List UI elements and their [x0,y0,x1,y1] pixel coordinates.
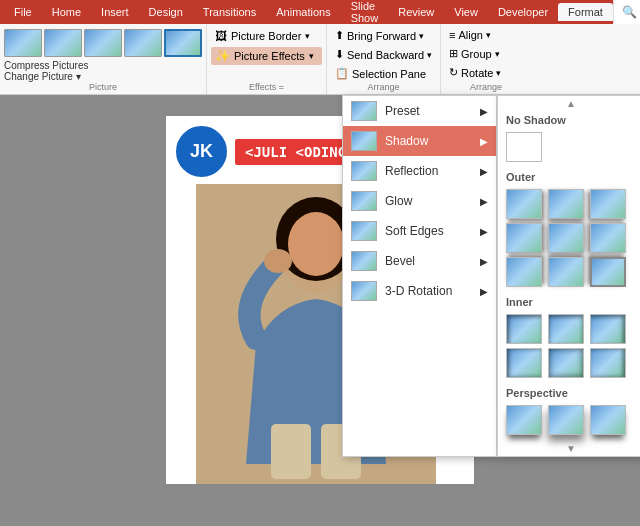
no-shadow-grid [498,129,640,168]
3d-rotation-item[interactable]: 3-D Rotation ▶ [343,276,496,306]
border-arrow: ▾ [305,31,310,41]
softedges-item[interactable]: Soft Edges ▶ [343,216,496,246]
glow-icon [351,191,377,211]
shadow-arrow: ▶ [480,136,488,147]
inner-cell-4[interactable] [506,348,542,378]
reflection-arrow: ▶ [480,166,488,177]
thumb-4[interactable] [124,29,162,57]
tab-transitions[interactable]: Transitions [193,3,266,21]
send-icon: ⬇ [335,48,344,61]
selection-pane-btn[interactable]: 📋 Selection Pane [331,65,436,82]
shadow-item[interactable]: Shadow ▶ [343,126,496,156]
inner-cell-3[interactable] [590,314,626,344]
inner-label: Inner [498,293,640,311]
effects-icon: ✨ [215,49,230,63]
main-area: JK <JULI <ODING/> [0,95,640,526]
no-shadow-cell[interactable] [506,132,542,162]
ribbon-bar: Compress Pictures Change Picture ▾ Pictu… [0,24,640,95]
arrange-label2: Arrange [445,82,527,92]
tab-design[interactable]: Design [139,3,193,21]
arrange-btns: ⬆ Bring Forward ▾ ⬇ Send Backward ▾ 📋 Se… [331,27,436,82]
align-icon: ≡ [449,29,455,41]
bring-forward-btn[interactable]: ⬆ Bring Forward ▾ [331,27,436,44]
inner-cell-1[interactable] [506,314,542,344]
tab-format[interactable]: Format [558,3,613,21]
svg-point-4 [264,249,292,273]
outer-cell-9-selected[interactable] [590,257,626,287]
align-btns: ≡ Align ▾ ⊞ Group ▾ ↻ Rotate ▾ [445,27,527,82]
dropdown-overlay: Preset ▶ Shadow ▶ Reflection ▶ [342,95,640,457]
tab-home[interactable]: Home [42,3,91,21]
border-icon: 🖼 [215,29,227,43]
bevel-icon [351,251,377,271]
no-shadow-label: No Shadow [498,111,640,129]
scroll-up[interactable]: ▲ [498,96,640,111]
outer-grid [498,186,640,293]
bevel-item[interactable]: Bevel ▶ [343,246,496,276]
outer-cell-8[interactable] [548,257,584,287]
outer-label: Outer [498,168,640,186]
glow-arrow: ▶ [480,196,488,207]
shadow-submenu: ▲ No Shadow Outer [497,95,640,457]
picture-btns: Change Picture ▾ [4,71,202,82]
tab-developer[interactable]: Developer [488,3,558,21]
picture-effects-btn[interactable]: ✨ Picture Effects ▾ [211,47,322,65]
outer-cell-3[interactable] [590,189,626,219]
search-icon: 🔍 [622,5,637,19]
inner-cell-5[interactable] [548,348,584,378]
preset-item[interactable]: Preset ▶ [343,96,496,126]
align-btn[interactable]: ≡ Align ▾ [445,27,527,43]
svg-rect-5 [271,424,311,479]
picture-effects-section: 🖼 Picture Border ▾ ✨ Picture Effects ▾ E… [207,24,327,94]
tab-slideshow[interactable]: Slide Show [341,0,389,27]
thumb-2[interactable] [44,29,82,57]
tab-view[interactable]: View [444,3,488,21]
preset-icon [351,101,377,121]
inner-cell-2[interactable] [548,314,584,344]
tab-insert[interactable]: Insert [91,3,139,21]
compress-group: Compress Pictures Change Picture ▾ Pictu… [0,24,207,94]
outer-cell-5[interactable] [548,223,584,253]
preset-arrow: ▶ [480,106,488,117]
send-backward-btn[interactable]: ⬇ Send Backward ▾ [331,46,436,63]
thumb-3[interactable] [84,29,122,57]
3d-arrow: ▶ [480,286,488,297]
scroll-down[interactable]: ▼ [498,441,640,456]
reflection-icon [351,161,377,181]
arrange-section: ⬆ Bring Forward ▾ ⬇ Send Backward ▾ 📋 Se… [327,24,441,94]
persp-cell-1[interactable] [506,405,542,435]
thumb-5-selected[interactable] [164,29,202,57]
reflection-item[interactable]: Reflection ▶ [343,156,496,186]
logo: JK [174,124,229,179]
effects-arrow: ▾ [309,51,314,61]
thumb-row [4,27,202,58]
persp-cell-3[interactable] [590,405,626,435]
outer-cell-2[interactable] [548,189,584,219]
change-picture-btn[interactable]: Change Picture ▾ [4,71,81,82]
glow-item[interactable]: Glow ▶ [343,186,496,216]
arrange-label: Arrange [331,82,436,92]
perspective-grid [498,402,640,441]
rotate-btn[interactable]: ↻ Rotate ▾ [445,64,527,81]
outer-cell-4[interactable] [506,223,542,253]
inner-cell-6[interactable] [590,348,626,378]
perspective-label: Perspective [498,384,640,402]
outer-cell-6[interactable] [590,223,626,253]
outer-cell-1[interactable] [506,189,542,219]
tab-review[interactable]: Review [388,3,444,21]
outer-cell-7[interactable] [506,257,542,287]
effects-label-bottom: Effects = [211,82,322,92]
picture-border-btn[interactable]: 🖼 Picture Border ▾ [211,27,322,45]
compress-label-row: Compress Pictures [4,60,202,71]
bevel-arrow: ▶ [480,256,488,267]
tab-animations[interactable]: Animations [266,3,340,21]
thumb-1[interactable] [4,29,42,57]
bring-icon: ⬆ [335,29,344,42]
picture-effects-btns: 🖼 Picture Border ▾ ✨ Picture Effects ▾ [211,27,322,82]
ribbon-tabs: File Home Insert Design Transitions Anim… [0,0,640,24]
svg-point-3 [288,212,344,276]
group-btn[interactable]: ⊞ Group ▾ [445,45,527,62]
persp-cell-2[interactable] [548,405,584,435]
rotate-icon: ↻ [449,66,458,79]
tab-file[interactable]: File [4,3,42,21]
